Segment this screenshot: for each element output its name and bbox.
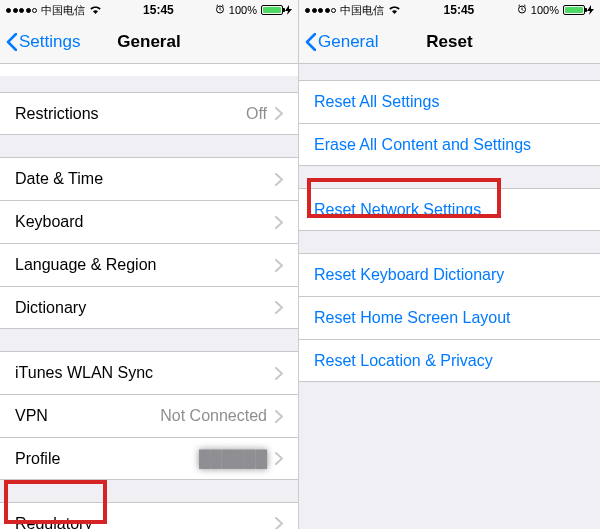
chevron-left-icon: [6, 33, 17, 51]
battery-icon: [563, 5, 585, 15]
row-label: Profile: [15, 450, 199, 468]
row-restrictions[interactable]: Restrictions Off: [0, 92, 298, 135]
screen-reset: 中国电信 15:45 100% General Reset: [299, 0, 600, 529]
back-label: Settings: [19, 32, 80, 52]
wifi-icon: [89, 4, 102, 16]
group-restrictions: Restrictions Off: [0, 92, 298, 135]
alarm-icon: [215, 4, 225, 16]
charging-icon: [587, 5, 594, 15]
row-label: Date & Time: [15, 170, 275, 188]
group-localization: Date & Time Keyboard Language & Region D…: [0, 157, 298, 329]
chevron-right-icon: [275, 452, 283, 465]
row-reset-keyboard[interactable]: Reset Keyboard Dictionary: [299, 253, 600, 296]
group-reset-other: Reset Keyboard Dictionary Reset Home Scr…: [299, 253, 600, 382]
chevron-right-icon: [275, 216, 283, 229]
carrier-label: 中国电信: [340, 3, 384, 18]
chevron-right-icon: [275, 107, 283, 120]
row-keyboard[interactable]: Keyboard: [0, 200, 298, 243]
group-regulatory: Regulatory: [0, 502, 298, 529]
row-datetime[interactable]: Date & Time: [0, 157, 298, 200]
signal-dots-icon: [305, 8, 336, 13]
back-button[interactable]: General: [299, 32, 378, 52]
chevron-right-icon: [275, 301, 283, 314]
carrier-label: 中国电信: [41, 3, 85, 18]
nav-bar: Settings General: [0, 20, 298, 64]
status-bar: 中国电信 15:45 100%: [299, 0, 600, 20]
back-button[interactable]: Settings: [0, 32, 80, 52]
row-erase-all[interactable]: Erase All Content and Settings: [299, 123, 600, 166]
row-label: Restrictions: [15, 105, 246, 123]
row-label: Erase All Content and Settings: [314, 136, 585, 154]
row-label: Regulatory: [15, 515, 275, 530]
row-value: Off: [246, 105, 267, 123]
row-vpn[interactable]: VPN Not Connected: [0, 394, 298, 437]
signal-dots-icon: [6, 8, 37, 13]
alarm-icon: [517, 4, 527, 16]
battery-percent: 100%: [531, 4, 559, 16]
row-label: Dictionary: [15, 299, 275, 317]
screen-general: 中国电信 15:45 100% Settings General: [0, 0, 299, 529]
row-regulatory[interactable]: Regulatory: [0, 502, 298, 529]
status-time: 15:45: [444, 3, 475, 17]
wifi-icon: [388, 4, 401, 16]
row-dictionary[interactable]: Dictionary: [0, 286, 298, 329]
row-itunes[interactable]: iTunes WLAN Sync: [0, 351, 298, 394]
nav-bar: General Reset: [299, 20, 600, 64]
chevron-right-icon: [275, 259, 283, 272]
group-network: iTunes WLAN Sync VPN Not Connected Profi…: [0, 351, 298, 480]
row-value: ██████: [199, 450, 267, 468]
chevron-right-icon: [275, 410, 283, 423]
row-label: Reset Home Screen Layout: [314, 309, 585, 327]
row-label: Keyboard: [15, 213, 275, 231]
row-label: Language & Region: [15, 256, 275, 274]
status-bar: 中国电信 15:45 100%: [0, 0, 298, 20]
row-value: Not Connected: [160, 407, 267, 425]
row-label: Reset Location & Privacy: [314, 352, 585, 370]
back-label: General: [318, 32, 378, 52]
group-reset-network: Reset Network Settings: [299, 188, 600, 231]
battery-icon: [261, 5, 283, 15]
status-time: 15:45: [143, 3, 174, 17]
chevron-left-icon: [305, 33, 316, 51]
chevron-right-icon: [275, 173, 283, 186]
row-label: iTunes WLAN Sync: [15, 364, 275, 382]
partial-row: [0, 64, 298, 76]
row-reset-all[interactable]: Reset All Settings: [299, 80, 600, 123]
group-reset-main: Reset All Settings Erase All Content and…: [299, 80, 600, 166]
charging-icon: [285, 5, 292, 15]
battery-percent: 100%: [229, 4, 257, 16]
row-langregion[interactable]: Language & Region: [0, 243, 298, 286]
row-reset-home[interactable]: Reset Home Screen Layout: [299, 296, 600, 339]
row-label: Reset Keyboard Dictionary: [314, 266, 585, 284]
row-label: Reset All Settings: [314, 93, 585, 111]
row-label: VPN: [15, 407, 160, 425]
chevron-right-icon: [275, 367, 283, 380]
row-label: Reset Network Settings: [314, 201, 585, 219]
chevron-right-icon: [275, 517, 283, 529]
row-reset-network[interactable]: Reset Network Settings: [299, 188, 600, 231]
row-profile[interactable]: Profile ██████: [0, 437, 298, 480]
row-reset-location[interactable]: Reset Location & Privacy: [299, 339, 600, 382]
